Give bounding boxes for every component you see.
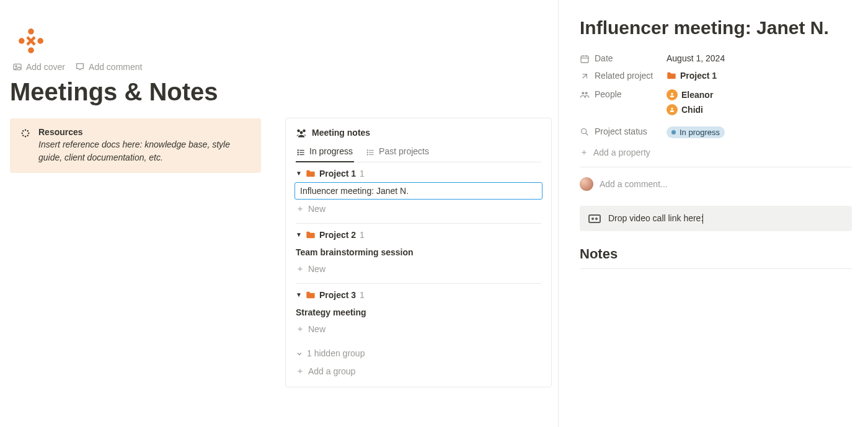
video-link-callout[interactable]: Drop video call link here: xyxy=(580,206,852,231)
people-icon xyxy=(580,89,590,99)
avatar xyxy=(666,104,678,115)
divider xyxy=(296,223,541,224)
svg-point-39 xyxy=(582,129,587,134)
new-label: New xyxy=(308,264,326,274)
group-name: Project 3 xyxy=(319,290,356,300)
add-group-button[interactable]: ＋ Add a group xyxy=(296,366,541,377)
plus-icon: ＋ xyxy=(580,147,588,158)
add-comment-button[interactable]: Add comment xyxy=(73,61,144,73)
detail-title[interactable]: Influencer meeting: Janet N. xyxy=(580,17,852,38)
caret-down-icon: ▼ xyxy=(296,291,302,298)
svg-point-0 xyxy=(28,29,34,35)
tab-past-projects[interactable]: Past projects xyxy=(365,144,430,161)
svg-point-9 xyxy=(25,136,26,137)
group-header[interactable]: ▼ Project 2 1 xyxy=(296,230,541,240)
db-tabs: In progress Past projects xyxy=(296,144,541,162)
row-title: Influencer meeting: Janet N. xyxy=(300,186,409,196)
prop-label-text: People xyxy=(595,89,622,99)
status-badge[interactable]: In progress xyxy=(666,126,725,138)
group-count: 1 xyxy=(360,290,365,300)
property-date[interactable]: Date August 1, 2024 xyxy=(580,50,852,67)
group-project-2: ▼ Project 2 1 Team brainstorming session… xyxy=(296,230,541,277)
person-name: Chidi xyxy=(681,105,703,115)
tab-label: Past projects xyxy=(379,146,429,156)
new-row-button[interactable]: ＋ New xyxy=(296,321,541,337)
comment-icon xyxy=(75,62,85,72)
person-chip[interactable]: Chidi xyxy=(666,104,852,115)
relation-icon xyxy=(580,71,590,81)
table-row[interactable]: Strategy meeting xyxy=(296,304,541,321)
group-name: Project 2 xyxy=(319,230,356,240)
svg-point-29 xyxy=(367,152,368,152)
group-count: 1 xyxy=(360,230,365,240)
group-header[interactable]: ▼ Project 1 1 xyxy=(296,169,541,178)
svg-point-30 xyxy=(367,154,368,155)
notes-heading[interactable]: Notes xyxy=(580,246,852,262)
hidden-groups-toggle[interactable]: 1 hidden group xyxy=(296,348,541,358)
table-row[interactable]: Team brainstorming session xyxy=(296,244,541,261)
hub-icon xyxy=(20,127,32,164)
page-icon[interactable] xyxy=(15,25,552,57)
table-row[interactable]: Influencer meeting: Janet N. xyxy=(294,182,542,200)
folder-icon xyxy=(306,231,316,239)
svg-point-1 xyxy=(28,47,34,53)
tab-label: In progress xyxy=(309,146,353,156)
property-people[interactable]: People Eleanor Chidi xyxy=(580,86,852,123)
svg-point-3 xyxy=(37,38,43,44)
relation-pill[interactable]: Project 1 xyxy=(666,71,717,81)
page-side-panel: Influencer meeting: Janet N. Date August… xyxy=(558,0,868,427)
new-row-button[interactable]: ＋ New xyxy=(296,261,541,277)
divider xyxy=(296,283,541,284)
row-title: Strategy meeting xyxy=(296,307,366,317)
page-toolbar: Add cover Add comment xyxy=(10,61,552,73)
svg-point-28 xyxy=(367,150,368,151)
svg-rect-31 xyxy=(581,56,588,63)
group-header[interactable]: ▼ Project 3 1 xyxy=(296,290,541,300)
comment-input[interactable]: Add a comment... xyxy=(580,177,852,191)
property-related-project[interactable]: Related project Project 1 xyxy=(580,67,852,86)
group-project-1: ▼ Project 1 1 Influencer meeting: Janet … xyxy=(296,169,541,217)
hidden-group-label: 1 hidden group xyxy=(307,348,365,358)
svg-point-36 xyxy=(585,92,588,95)
status-dot xyxy=(671,130,676,134)
svg-point-16 xyxy=(297,130,300,133)
person-name: Eleanor xyxy=(681,90,713,100)
caret-down-icon: ▼ xyxy=(296,231,302,238)
new-row-button[interactable]: ＋ New xyxy=(296,201,541,217)
svg-point-2 xyxy=(19,38,25,44)
folder-icon xyxy=(666,71,676,80)
divider xyxy=(580,167,852,167)
person-chip[interactable]: Eleanor xyxy=(666,89,852,100)
add-property-button[interactable]: ＋ Add a property xyxy=(580,147,852,158)
video-tape-icon xyxy=(588,214,601,223)
tab-in-progress[interactable]: In progress xyxy=(296,144,354,161)
add-cover-button[interactable]: Add cover xyxy=(10,61,68,73)
row-title: Team brainstorming session xyxy=(296,247,414,257)
meeting-notes-database: Meeting notes In progress Past projects … xyxy=(285,118,552,387)
svg-point-35 xyxy=(582,92,584,95)
plus-icon: ＋ xyxy=(296,366,304,377)
db-header[interactable]: Meeting notes xyxy=(296,127,541,138)
svg-point-38 xyxy=(671,108,673,110)
main-content: Add cover Add comment Meetings & Notes R… xyxy=(0,0,552,427)
page-title[interactable]: Meetings & Notes xyxy=(10,78,552,106)
caret-down-icon: ▼ xyxy=(296,170,302,177)
prop-value-date: August 1, 2024 xyxy=(666,53,852,63)
text-cursor xyxy=(702,214,703,224)
svg-point-23 xyxy=(298,152,298,152)
callout-text: Insert reference docs here: knowledge ba… xyxy=(38,138,251,164)
svg-point-15 xyxy=(27,134,29,136)
svg-point-17 xyxy=(303,130,306,133)
plus-icon: ＋ xyxy=(296,203,304,214)
avatar xyxy=(666,89,678,100)
callout-body: Resources Insert reference docs here: kn… xyxy=(38,127,251,164)
new-label: New xyxy=(308,204,326,214)
folder-icon xyxy=(306,291,316,299)
svg-point-10 xyxy=(22,133,23,134)
resources-callout[interactable]: Resources Insert reference docs here: kn… xyxy=(10,118,261,173)
prop-label-text: Date xyxy=(595,53,613,63)
property-status[interactable]: Project status In progress xyxy=(580,123,852,142)
comment-placeholder: Add a comment... xyxy=(600,179,668,189)
image-icon xyxy=(12,62,22,72)
add-cover-label: Add cover xyxy=(26,62,65,72)
